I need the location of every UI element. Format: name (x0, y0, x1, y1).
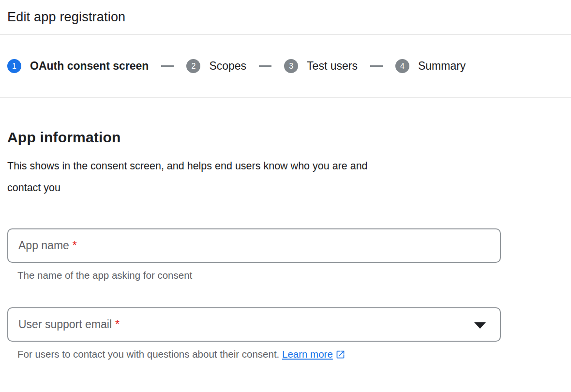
required-asterisk: * (115, 318, 120, 331)
step-separator (161, 65, 174, 67)
step-label: Scopes (209, 60, 246, 73)
step-number-badge: 4 (395, 59, 409, 73)
step-test-users[interactable]: 3 Test users (284, 59, 358, 73)
step-label: Summary (418, 60, 466, 73)
step-number-badge: 1 (7, 59, 21, 73)
user-support-email-field[interactable]: User support email * (7, 307, 501, 342)
app-name-helper: The name of the app asking for consent (17, 270, 571, 281)
step-summary[interactable]: 4 Summary (395, 59, 466, 73)
step-separator (259, 65, 271, 67)
step-number-badge: 2 (186, 59, 200, 73)
user-support-email-label: User support email (18, 318, 112, 331)
step-label: Test users (307, 60, 358, 73)
step-separator (370, 65, 383, 67)
wizard-stepper: 1 OAuth consent screen 2 Scopes 3 Test u… (0, 35, 571, 97)
section-description: This shows in the consent screen, and he… (7, 155, 394, 199)
edit-app-registration-page: Edit app registration 1 OAuth consent sc… (0, 0, 571, 392)
helper-text-body: For users to contact you with questions … (17, 348, 279, 360)
step-label: OAuth consent screen (30, 60, 149, 73)
dropdown-arrow-icon (474, 322, 486, 329)
app-name-field[interactable]: App name * (7, 228, 501, 263)
form-content: App information This shows in the consen… (0, 129, 571, 362)
external-link-icon (335, 349, 346, 362)
app-name-label: App name (18, 239, 69, 252)
learn-more-link[interactable]: Learn more (282, 348, 333, 360)
stepper-divider (0, 97, 571, 98)
page-title: Edit app registration (0, 0, 571, 25)
section-heading: App information (7, 129, 571, 146)
step-scopes[interactable]: 2 Scopes (186, 59, 246, 73)
required-asterisk: * (73, 239, 77, 252)
step-oauth-consent-screen[interactable]: 1 OAuth consent screen (7, 59, 149, 73)
step-number-badge: 3 (284, 59, 298, 73)
user-support-email-helper: For users to contact you with questions … (17, 348, 571, 362)
